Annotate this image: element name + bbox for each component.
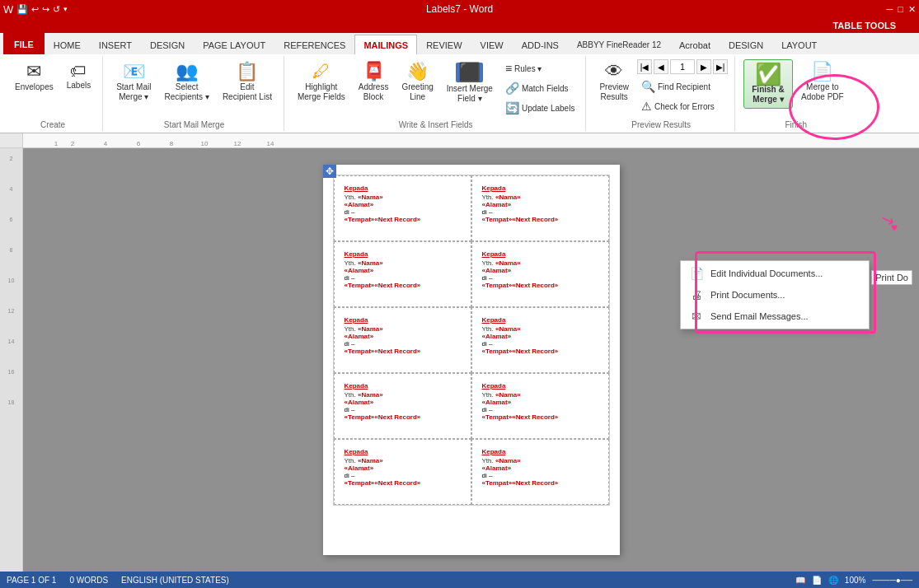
tab-insert[interactable]: INSERT [90, 35, 141, 54]
print-documents-label: Print Documents... [710, 290, 860, 300]
close-btn[interactable]: ✕ [908, 4, 916, 15]
repeat-qat-btn[interactable]: ↺ [53, 4, 60, 15]
prev-record-btn[interactable]: ◀ [654, 59, 668, 74]
tab-view[interactable]: VIEW [471, 35, 513, 54]
print-documents-item[interactable]: 🖨 Print Documents... [681, 284, 869, 306]
tab-addins[interactable]: ADD-INS [513, 35, 568, 54]
update-labels-icon: 🔄 [505, 101, 519, 114]
title-bar: W 💾 ↩ ↪ ↺ ▾ Labels7 - Word ─ □ ✕ [0, 0, 919, 18]
next-record-btn[interactable]: ▶ [696, 59, 711, 74]
label-cell-4: Kepada Yth. «Nama» «Alamat» di – «Tempat… [334, 307, 471, 373]
ribbon-group-finish: ✅ Finish &Merge ▾ 📄 Merge toAdobe PDF Fi… [737, 56, 856, 131]
tab-file[interactable]: FILE [3, 33, 45, 54]
tab-acrobat[interactable]: Acrobat [670, 35, 720, 54]
tab-home[interactable]: HOME [45, 35, 90, 54]
address-block-button[interactable]: 📮 AddressBlock [354, 59, 394, 105]
tab-references[interactable]: REFERENCES [274, 35, 354, 54]
finish-merge-label: Finish &Merge ▾ [752, 85, 784, 105]
ruler-tick-2: 1 [48, 140, 64, 147]
cell-1-di: di – [482, 208, 598, 216]
start-mail-merge-button[interactable]: 📧 Start MailMerge ▾ [111, 59, 156, 105]
find-recipient-button[interactable]: 🔍 Find Recipient [637, 77, 728, 96]
ruler-marks: 1 2 4 6 8 10 12 14 [23, 133, 919, 147]
cell-4-kepada: Kepada [345, 316, 461, 324]
redo-qat-btn[interactable]: ↪ [42, 4, 49, 15]
cell-4-di: di – [345, 340, 461, 348]
tab-tt-layout[interactable]: LAYOUT [772, 35, 826, 54]
label-cell-6: Kepada Yth. «Nama» «Alamat» di – «Tempat… [334, 373, 471, 439]
cell-2-tempat: «Tempat»«Next Record» [345, 282, 461, 289]
envelopes-button[interactable]: ✉ Envelopes [10, 59, 59, 96]
greeting-line-button[interactable]: 👋 GreetingLine [396, 59, 438, 105]
cell-1-kepada: Kepada [482, 184, 598, 192]
zoom-slider[interactable]: ────●── [872, 576, 912, 585]
edit-individual-label: Edit Individual Documents... [710, 268, 860, 278]
write-insert-small-buttons: ≡ Rules ▾ 🔗 Match Fields 🔄 Update Labels [501, 59, 579, 117]
highlight-merge-fields-button[interactable]: 🖊 HighlightMerge Fields [293, 59, 350, 105]
merge-adobe-button[interactable]: 📄 Merge toAdobe PDF [796, 59, 849, 105]
ruler-tick-5: 4 [97, 140, 114, 147]
read-mode-btn[interactable]: 📖 [795, 576, 805, 585]
finish-merge-button[interactable]: ✅ Finish &Merge ▾ [743, 59, 793, 109]
quick-access-toolbar: W 💾 ↩ ↪ ↺ ▾ [3, 3, 68, 16]
tab-mailings[interactable]: MAILINGS [354, 35, 417, 54]
cell-2-yth: Yth. «Nama» [345, 259, 461, 267]
preview-results-group-label: Preview Results [631, 119, 691, 129]
update-labels-button[interactable]: 🔄 Update Labels [501, 99, 579, 117]
last-record-btn[interactable]: ▶| [713, 59, 728, 74]
match-fields-button[interactable]: 🔗 Match Fields [501, 79, 579, 97]
print-layout-btn[interactable]: 📄 [812, 576, 822, 585]
cell-5-alamat: «Alamat» [482, 333, 598, 340]
save-qat-btn[interactable]: 💾 [16, 4, 28, 15]
first-record-btn[interactable]: |◀ [637, 59, 652, 74]
customize-qat-btn[interactable]: ▾ [63, 5, 68, 13]
cell-7-tempat: «Tempat»«Next Record» [482, 413, 598, 421]
sidebar-marker-4: 4 [10, 186, 13, 192]
insert-merge-field-button[interactable]: ⬛ Insert MergeField ▾ [442, 59, 498, 107]
select-recipients-button[interactable]: 👥 SelectRecipients ▾ [159, 59, 213, 105]
cell-2-alamat: «Alamat» [345, 267, 461, 274]
tab-review[interactable]: REVIEW [417, 35, 471, 54]
ruler-tick-13: 12 [229, 140, 246, 147]
sidebar-marker-8: 8 [10, 247, 13, 253]
labels-button[interactable]: 🏷 Labels [62, 59, 96, 94]
merge-adobe-icon: 📄 [811, 63, 833, 81]
cell-7-di: di – [482, 406, 598, 413]
check-errors-icon: ⚠ [641, 100, 652, 113]
minimize-btn[interactable]: ─ [887, 4, 893, 15]
cell-1-yth: Yth. «Nama» [482, 194, 598, 201]
preview-results-button[interactable]: 👁 PreviewResults [594, 59, 634, 105]
ruler-tick-15: 14 [262, 140, 279, 147]
print-do-overflow: Print Do [871, 270, 912, 285]
ribbon-group-create: ✉ Envelopes 🏷 Labels Create [3, 56, 103, 131]
tab-page-layout[interactable]: PAGE LAYOUT [194, 35, 274, 54]
preview-results-label: PreviewResults [599, 82, 629, 102]
undo-qat-btn[interactable]: ↩ [31, 4, 39, 15]
update-labels-label: Update Labels [522, 104, 575, 113]
edit-individual-documents-item[interactable]: 📄 Edit Individual Documents... [681, 263, 869, 284]
tab-abbyy[interactable]: ABBYY FineReader 12 [568, 35, 670, 54]
maximize-btn[interactable]: □ [898, 4, 903, 15]
cell-9-alamat: «Alamat» [482, 464, 598, 472]
cell-0-yth: Yth. «Nama» [345, 194, 461, 201]
tab-design[interactable]: DESIGN [141, 35, 194, 54]
edit-recipient-list-button[interactable]: 📋 EditRecipient List [218, 59, 277, 105]
merge-adobe-label: Merge toAdobe PDF [801, 82, 844, 102]
web-layout-btn[interactable]: 🌐 [828, 576, 838, 585]
cell-3-yth: Yth. «Nama» [482, 259, 598, 267]
address-block-label: AddressBlock [359, 82, 389, 102]
send-email-icon: ✉ [689, 310, 704, 323]
zoom-level: 100% [845, 576, 866, 585]
table-move-handle[interactable]: ✥ [323, 165, 336, 178]
label-cell-8: Kepada Yth. «Nama» «Alamat» di – «Tempat… [334, 439, 471, 505]
rules-button[interactable]: ≡ Rules ▾ [501, 59, 579, 77]
cell-0-kepada: Kepada [345, 184, 461, 192]
ruler-main: 1 2 4 6 8 10 12 14 [23, 133, 919, 147]
tab-tt-design[interactable]: DESIGN [720, 35, 772, 54]
table-tools-bar: TABLE TOOLS [0, 18, 919, 33]
cell-9-di: di – [482, 472, 598, 479]
send-email-messages-item[interactable]: ✉ Send Email Messages... [681, 306, 869, 327]
start-mail-merge-group-label: Start Mail Merge [164, 119, 224, 129]
check-errors-button[interactable]: ⚠ Check for Errors [637, 97, 728, 115]
record-number-input[interactable] [670, 59, 695, 74]
